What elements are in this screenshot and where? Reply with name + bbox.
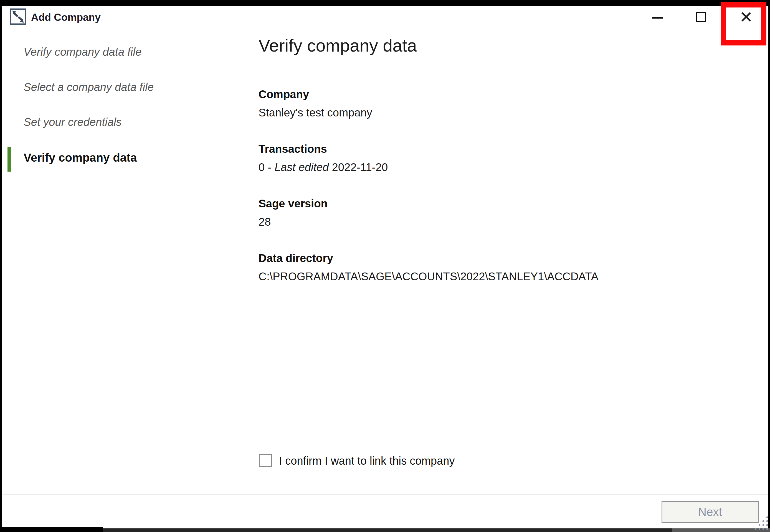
confirm-link-checkbox[interactable] bbox=[259, 454, 272, 467]
data-directory-field-value: C:\PROGRAMDATA\SAGE\ACCOUNTS\2022\STANLE… bbox=[258, 270, 598, 283]
page-title: Verify company data bbox=[258, 35, 417, 55]
footer-divider bbox=[2, 494, 768, 495]
window-border-right bbox=[768, 0, 770, 528]
sidebar-step-verify-company-data[interactable]: Verify company data bbox=[24, 151, 137, 164]
minimize-button[interactable] bbox=[647, 8, 668, 28]
transactions-last-edited-date: 2022-11-20 bbox=[329, 161, 388, 173]
maximize-icon bbox=[696, 12, 706, 22]
window-border-bottom bbox=[103, 528, 672, 532]
window-border-left bbox=[0, 0, 2, 528]
data-directory-field-label: Data directory bbox=[258, 252, 333, 264]
window-border-bottom-left bbox=[0, 527, 103, 532]
add-company-app-icon bbox=[10, 8, 26, 26]
window-title: Add Company bbox=[31, 12, 101, 23]
transactions-last-edited-label: Last edited bbox=[274, 161, 329, 173]
transactions-field-value: 0 - Last edited 2022-11-20 bbox=[258, 161, 388, 174]
sidebar-step-set-your-credentials[interactable]: Set your credentials bbox=[24, 116, 122, 128]
transactions-field-label: Transactions bbox=[258, 143, 327, 155]
confirm-link-checkbox-label[interactable]: I confirm I want to link this company bbox=[279, 455, 455, 467]
next-button[interactable]: Next bbox=[662, 501, 759, 523]
minimize-icon bbox=[652, 17, 663, 19]
active-step-indicator bbox=[7, 147, 11, 172]
window-border-top bbox=[0, 0, 770, 6]
transactions-count: 0 - bbox=[258, 161, 274, 173]
sidebar-step-select-a-company-data-file[interactable]: Select a company data file bbox=[24, 81, 154, 93]
add-company-dialog: Add Company ✕ Verify company data file S… bbox=[0, 0, 770, 532]
maximize-button[interactable] bbox=[691, 8, 712, 27]
company-field-label: Company bbox=[258, 88, 309, 101]
sidebar-step-verify-company-data-file[interactable]: Verify company data file bbox=[24, 46, 141, 58]
close-button-highlight-annotation bbox=[721, 2, 766, 45]
sage-version-field-value: 28 bbox=[258, 216, 271, 228]
company-field-value: Stanley's test company bbox=[258, 106, 372, 119]
sage-version-field-label: Sage version bbox=[258, 197, 327, 210]
resize-grip[interactable] bbox=[754, 516, 769, 531]
